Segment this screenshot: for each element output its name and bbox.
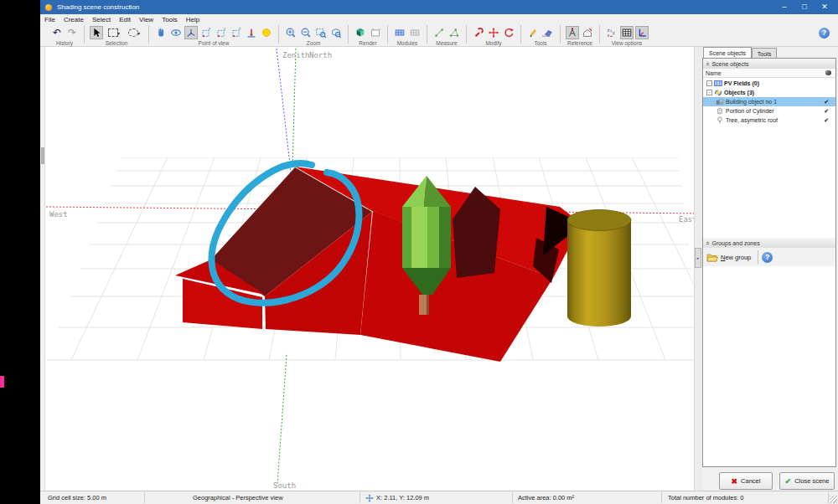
redo-icon[interactable]: ↷ [65, 26, 79, 39]
visibility-check-icon[interactable]: ✔ [824, 108, 829, 115]
scene-canvas[interactable]: Zenith North West East South [45, 47, 694, 491]
axonometric-view-icon[interactable] [184, 26, 198, 39]
lasso-select-icon[interactable]: ▾ [125, 26, 143, 39]
visibility-check-icon[interactable]: ✔ [824, 99, 829, 105]
new-group-button[interactable]: New group [703, 251, 754, 264]
observer-eye-icon[interactable] [169, 26, 183, 39]
close-scene-button[interactable]: ✔ Close scene [779, 472, 835, 490]
separator [758, 250, 758, 264]
groups-toolbar: New group ? [703, 248, 835, 266]
panel-splitter[interactable] [694, 47, 702, 491]
move-object-icon[interactable] [487, 26, 500, 39]
objects-icon [714, 89, 722, 96]
axis-south [277, 355, 287, 484]
axes-labels-icon[interactable]: zxY [605, 26, 618, 39]
menu-edit[interactable]: Edit [115, 16, 135, 23]
rotate-x-icon[interactable]: x [199, 26, 213, 39]
scrollbar-thumb[interactable] [41, 147, 44, 164]
group-modules: Modules [390, 24, 425, 46]
axis-north [292, 49, 296, 169]
status-active-area: Active area: 0.00 m² [518, 494, 574, 501]
shading-scene-window: Shading scene construction – □ ✕ File Cr… [40, 0, 838, 504]
reference-point-icon[interactable] [566, 26, 579, 39]
tree-item-building-object[interactable]: Building object no 1 ✔ [703, 97, 835, 106]
edit-object-icon[interactable] [472, 26, 485, 39]
menu-help[interactable]: Help [182, 16, 204, 23]
measure-angle-icon[interactable] [447, 26, 461, 39]
top-view-icon[interactable] [245, 26, 258, 39]
tree-item-portion-of-cylinder[interactable]: Portion of Cylinder ✔ [703, 106, 835, 116]
menu-select[interactable]: Select [88, 16, 115, 23]
rotate-y-icon[interactable]: y [215, 26, 228, 39]
name-column-header[interactable]: Name [703, 69, 835, 78]
move-cursor-icon [365, 494, 374, 502]
axis-label-zenith: Zenith [282, 51, 310, 59]
svg-text:x: x [209, 27, 211, 31]
sun-view-icon[interactable] [260, 26, 273, 39]
check-icon: ✔ [785, 477, 792, 486]
tree-item-tree-asymetric-roof[interactable]: Tree, asymetric roof ✔ [703, 116, 835, 125]
menu-file[interactable]: File [40, 16, 59, 23]
group-reference: Reference [562, 24, 597, 46]
splitter-collapse-button[interactable]: ▸ [695, 248, 701, 268]
tree-icon [716, 116, 724, 124]
pan-hand-icon[interactable] [154, 26, 168, 39]
zoom-extent-icon[interactable] [329, 26, 343, 39]
axis-label-south: South [273, 481, 296, 490]
rect-select-icon[interactable]: ▾ [105, 26, 123, 39]
svg-text:Y: Y [612, 31, 615, 36]
measure-distance-icon[interactable] [432, 26, 446, 39]
tab-scene-objects[interactable]: Scene objects [703, 47, 752, 58]
draw-icon[interactable] [526, 26, 540, 39]
groups-help-icon[interactable]: ? [762, 252, 773, 263]
tab-tools[interactable]: Tools [752, 48, 777, 58]
status-view-mode: Geographical - Perspective view [193, 494, 283, 501]
toolbar: ↶ ↷ History ▾ ▾ Select [40, 24, 838, 47]
group-render: Render [350, 24, 385, 46]
right-panel: Scene objects Tools « Scene objects Name… [702, 47, 838, 491]
cursor-select-icon[interactable] [90, 26, 103, 39]
eraser-icon[interactable] [541, 26, 555, 39]
reference-house-icon[interactable] [581, 26, 594, 39]
zoom-window-icon[interactable] [314, 26, 328, 39]
visibility-check-icon[interactable]: ✔ [824, 117, 829, 124]
menu-create[interactable]: Create [59, 16, 88, 23]
menu-tools[interactable]: Tools [158, 16, 182, 23]
zoom-out-icon[interactable] [299, 26, 313, 39]
app-icon [45, 4, 52, 11]
cylinder-object[interactable] [567, 210, 631, 327]
pv-fields-icon [714, 80, 722, 87]
show-modules-icon[interactable] [393, 26, 406, 39]
maximize-button[interactable]: □ [794, 0, 815, 14]
edge-marker [0, 376, 4, 388]
svg-text:z: z [239, 27, 241, 31]
wireframe-render-icon[interactable] [369, 26, 382, 39]
group-zoom: Zoom [281, 24, 346, 46]
show-grid-icon[interactable] [620, 26, 634, 39]
show-axes-icon[interactable] [635, 26, 649, 39]
zoom-in-icon[interactable] [284, 26, 297, 39]
menu-view[interactable]: View [135, 16, 158, 23]
group-modify: Modify [468, 24, 519, 46]
undo-icon[interactable]: ↶ [50, 26, 64, 39]
close-button[interactable]: ✕ [815, 0, 835, 14]
rotate-z-icon[interactable]: z [230, 26, 243, 39]
tree-item-pv-fields[interactable]: - PV Fields (0) [703, 79, 835, 88]
hide-modules-icon[interactable] [408, 26, 422, 39]
realistic-render-icon[interactable] [354, 26, 367, 39]
resize-grip[interactable] [830, 496, 837, 503]
minimize-button[interactable]: – [774, 0, 794, 14]
cancel-button[interactable]: ✖ Cancel [719, 472, 773, 490]
scene-3d-viewport[interactable]: Zenith North West East South [45, 47, 694, 491]
collapse-icon[interactable]: « [704, 241, 711, 244]
tree-item-objects[interactable]: - Objects (3) [703, 88, 835, 97]
column-options-icon[interactable] [825, 70, 831, 75]
collapse-icon[interactable]: « [704, 62, 711, 65]
rotate-object-icon[interactable] [502, 26, 515, 39]
help-icon[interactable]: ? [819, 28, 830, 39]
expander-icon[interactable]: - [706, 80, 712, 86]
title-bar[interactable]: Shading scene construction – □ ✕ [40, 0, 838, 14]
axis-label-east: East [679, 215, 694, 224]
status-grid-cell-size: Grid cell size: 5.00 m [48, 494, 106, 501]
expander-icon[interactable]: - [706, 90, 712, 95]
